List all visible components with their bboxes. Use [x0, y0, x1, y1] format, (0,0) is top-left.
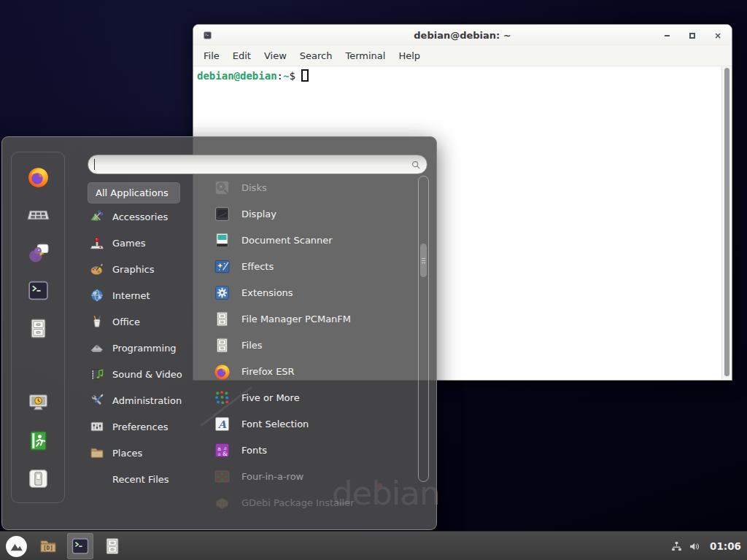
- volume-icon: [689, 540, 701, 553]
- category-internet[interactable]: Internet: [88, 282, 204, 308]
- firefox-icon: [213, 362, 231, 381]
- terminal-task[interactable]: [67, 533, 93, 559]
- app-effects[interactable]: Effects: [207, 253, 416, 279]
- menu-item-view[interactable]: View: [258, 47, 293, 64]
- app-label: Four-in-a-row: [241, 471, 303, 482]
- category-label: Sound & Video: [112, 369, 182, 380]
- category-games[interactable]: Games: [88, 230, 204, 256]
- menu-scrollbar-thumb[interactable]: [420, 244, 427, 277]
- file-cabinet-icon: [213, 336, 231, 354]
- category-sound-video[interactable]: Sound & Video: [88, 361, 204, 387]
- category-recent-files[interactable]: Recent Files: [88, 466, 204, 492]
- app-label: Files: [241, 340, 263, 351]
- app-label: GDebi Package Installer: [241, 497, 355, 508]
- volume-control[interactable]: [688, 540, 701, 553]
- favorite-keyboard[interactable]: [23, 202, 53, 227]
- prompt-symbol: $: [289, 70, 295, 82]
- terminal-menubar: FileEditViewSearchTerminalHelp: [193, 46, 732, 66]
- app-display[interactable]: Display: [207, 201, 416, 227]
- app-extensions[interactable]: Extensions: [207, 279, 416, 306]
- app-file-manager-pcmanfm[interactable]: File Manager PCManFM: [207, 306, 416, 332]
- maximize-button[interactable]: [687, 31, 697, 41]
- terminal-cursor: [301, 69, 309, 82]
- disks-icon: [213, 179, 231, 197]
- desktop: debian debian@debian: ~ × FileEditViewSe…: [0, 0, 747, 560]
- files-launcher[interactable]: [99, 533, 125, 559]
- app-fonts[interactable]: Fonts: [207, 437, 416, 463]
- app-label: Extensions: [241, 287, 293, 298]
- all-applications-label: All Applications: [96, 187, 169, 198]
- category-label: Preferences: [112, 421, 168, 432]
- menu-item-search[interactable]: Search: [293, 47, 339, 64]
- app-font-selection[interactable]: Font Selection: [207, 411, 416, 437]
- administration-icon: [89, 392, 105, 408]
- menu-item-help[interactable]: Help: [392, 47, 427, 64]
- games-icon: [89, 235, 105, 251]
- pidgin-icon: [26, 241, 50, 265]
- file-cabinet-icon: [102, 536, 123, 556]
- category-list: AccessoriesGamesGraphicsInternetOfficePr…: [88, 203, 204, 492]
- category-label: Graphics: [112, 264, 154, 275]
- taskbar-tray: 01:06: [670, 532, 745, 560]
- menu-item-file[interactable]: File: [197, 47, 226, 64]
- category-graphics[interactable]: Graphics: [88, 256, 204, 282]
- programming-icon: [89, 340, 105, 356]
- network-status[interactable]: [670, 540, 683, 553]
- logout-button[interactable]: [23, 428, 53, 453]
- desktop-folder-launcher[interactable]: [35, 533, 61, 559]
- terminal-icon: [70, 536, 90, 556]
- app-document-scanner[interactable]: Document Scanner: [207, 227, 416, 253]
- shutdown-button[interactable]: [23, 466, 53, 491]
- app-firefox-esr[interactable]: Firefox ESR: [207, 358, 416, 384]
- desktop-folder-icon: [38, 536, 58, 556]
- app-four-in-a-row[interactable]: Four-in-a-row: [207, 463, 416, 489]
- category-label: Recent Files: [112, 474, 169, 485]
- app-five-or-more[interactable]: Five or More: [207, 384, 416, 411]
- menu-scrollbar[interactable]: [418, 176, 429, 482]
- favorite-file-manager[interactable]: [23, 316, 53, 341]
- lock-screen-icon: [26, 391, 50, 415]
- menu-button[interactable]: [3, 533, 29, 559]
- category-label: Programming: [112, 343, 177, 354]
- favorite-terminal[interactable]: [23, 278, 53, 303]
- app-files[interactable]: Files: [207, 332, 416, 358]
- accessories-icon: [89, 209, 105, 225]
- category-preferences[interactable]: Preferences: [88, 413, 204, 440]
- terminal-titlebar[interactable]: debian@debian: ~ ×: [193, 25, 732, 46]
- category-places[interactable]: Places: [88, 440, 204, 466]
- app-label: Five or More: [241, 392, 300, 403]
- category-office[interactable]: Office: [88, 308, 204, 335]
- category-label: Accessories: [112, 211, 168, 222]
- favorites-panel: [11, 152, 65, 503]
- fonts-icon: [213, 441, 231, 459]
- menu-search-box[interactable]: [88, 155, 427, 174]
- clock[interactable]: 01:06: [706, 540, 745, 552]
- category-administration[interactable]: Administration: [88, 387, 204, 413]
- close-button[interactable]: ×: [713, 31, 723, 41]
- keyboard-icon: [26, 203, 50, 227]
- file-cabinet-icon: [213, 310, 231, 328]
- app-label: Firefox ESR: [241, 366, 295, 377]
- app-disks[interactable]: Disks: [207, 174, 416, 201]
- taskbar: 01:06: [0, 531, 747, 560]
- all-applications-button[interactable]: All Applications: [88, 182, 180, 203]
- favorite-pidgin[interactable]: [23, 240, 53, 265]
- favorite-firefox[interactable]: [23, 164, 53, 189]
- lock-screen-button[interactable]: [23, 390, 53, 415]
- app-gdebi-package-installer[interactable]: GDebi Package Installer: [207, 489, 416, 516]
- internet-icon: [89, 287, 105, 303]
- prompt-separator: :: [277, 70, 283, 82]
- menu-logo-icon: [4, 534, 28, 559]
- menu-item-edit[interactable]: Edit: [226, 47, 258, 64]
- terminal-scrollbar[interactable]: [721, 66, 732, 379]
- menu-item-terminal[interactable]: Terminal: [338, 47, 392, 64]
- app-label: Font Selection: [241, 419, 309, 429]
- category-accessories[interactable]: Accessories: [88, 203, 204, 230]
- gdebi-icon: [213, 494, 231, 512]
- app-label: Fonts: [241, 445, 267, 456]
- category-programming[interactable]: Programming: [88, 335, 204, 361]
- minimize-button[interactable]: [662, 31, 672, 41]
- extensions-icon: [213, 284, 231, 302]
- terminal-scrollbar-thumb[interactable]: [724, 68, 729, 376]
- search-input[interactable]: [93, 158, 411, 172]
